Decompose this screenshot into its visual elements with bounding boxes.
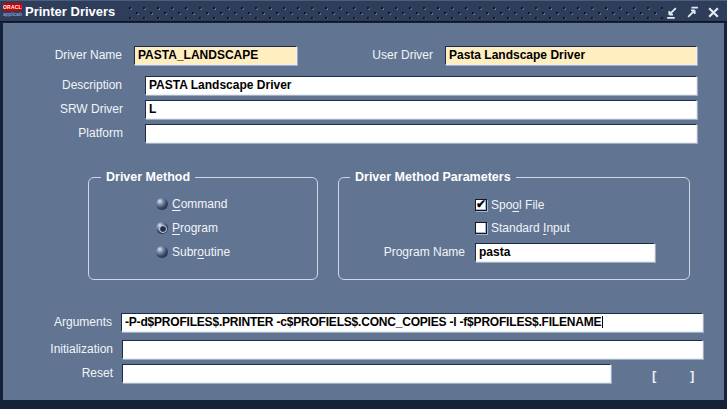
radio-icon[interactable] xyxy=(156,246,168,258)
minimize-button[interactable] xyxy=(664,5,679,20)
srw-driver-label: SRW Driver xyxy=(23,100,123,119)
driver-name-field[interactable]: PASTA_LANDSCAPE xyxy=(134,46,297,65)
close-icon xyxy=(707,6,720,19)
restore-icon xyxy=(686,6,699,19)
checkbox-spool-file[interactable]: ✔ Spool File xyxy=(475,198,544,212)
titlebar-grabber-pattern xyxy=(128,5,663,19)
checkbox-standard-input[interactable]: ✔ Standard Input xyxy=(475,221,570,235)
description-label: Description xyxy=(22,76,122,95)
radio-command[interactable]: Command xyxy=(156,197,227,211)
program-name-label: Program Name xyxy=(335,243,465,262)
platform-label: Platform xyxy=(23,124,123,143)
radio-subroutine-label: Subroutine xyxy=(172,245,230,259)
flexfield-bracket-close: ] xyxy=(690,368,694,384)
driver-method-parameters-frame-title: Driver Method Parameters xyxy=(350,170,516,184)
driver-method-frame-title: Driver Method xyxy=(101,170,195,184)
flexfield-bracket-open: [ xyxy=(652,368,656,384)
checkbox-standard-input-label: Standard Input xyxy=(491,221,570,235)
title-bar[interactable]: ORACLE applications Printer Drivers xyxy=(0,0,727,22)
oracle-logo-text: ORACLE xyxy=(3,3,22,11)
arguments-label: Arguments xyxy=(12,313,112,332)
restore-button[interactable] xyxy=(685,5,700,20)
radio-icon[interactable] xyxy=(156,222,168,234)
program-name-field[interactable]: pasta xyxy=(475,243,655,262)
platform-field[interactable] xyxy=(145,124,697,143)
srw-driver-field[interactable]: L xyxy=(145,100,697,119)
oracle-logo-subtext: applications xyxy=(3,11,22,19)
arguments-field[interactable]: -P-d$PROFILES$.PRINTER -c$PROFIELS$.CONC… xyxy=(121,313,703,332)
user-driver-label: User Driver xyxy=(333,46,433,65)
initialization-field[interactable] xyxy=(122,340,703,359)
radio-subroutine[interactable]: Subroutine xyxy=(156,245,230,259)
oracle-applications-logo: ORACLE applications xyxy=(3,3,22,20)
initialization-label: Initialization xyxy=(13,340,113,359)
window-title: Printer Drivers xyxy=(25,1,115,22)
radio-command-label: Command xyxy=(172,197,227,211)
radio-program-label: Program xyxy=(172,221,218,235)
checkbox-icon[interactable]: ✔ xyxy=(475,199,487,211)
check-icon: ✔ xyxy=(476,197,486,211)
printer-drivers-window: ORACLE applications Printer Drivers xyxy=(0,0,727,409)
close-button[interactable] xyxy=(706,5,721,20)
user-driver-field[interactable]: Pasta Landscape Driver xyxy=(445,46,697,65)
radio-icon[interactable] xyxy=(156,198,168,210)
text-cursor xyxy=(602,316,603,328)
driver-name-label: Driver Name xyxy=(22,46,122,65)
form-canvas: Driver Name PASTA_LANDSCAPE User Driver … xyxy=(3,23,724,400)
reset-label: Reset xyxy=(13,364,113,383)
minimize-icon xyxy=(665,6,678,19)
checkbox-icon[interactable]: ✔ xyxy=(475,222,487,234)
radio-program[interactable]: Program xyxy=(156,221,218,235)
checkbox-spool-file-label: Spool File xyxy=(491,198,544,212)
description-field[interactable]: PASTA Landscape Driver xyxy=(145,76,697,95)
reset-field[interactable] xyxy=(122,364,611,383)
window-controls xyxy=(664,5,721,20)
